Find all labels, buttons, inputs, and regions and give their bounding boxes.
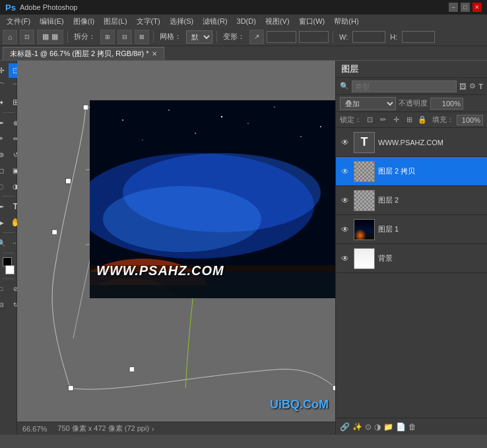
title-bar-left: Ps Adobe Photoshop — [5, 3, 77, 13]
tool-standard-mode[interactable]: □ — [0, 282, 9, 296]
layer-thumbnail — [354, 161, 375, 182]
svg-rect-0 — [83, 105, 88, 110]
tool-spot-heal[interactable]: ⌖ — [0, 131, 9, 146]
opacity-input[interactable] — [430, 98, 463, 110]
layer-thumbnail — [354, 219, 375, 240]
new-group-btn[interactable]: 📁 — [383, 422, 393, 432]
tool-screen-mode[interactable]: ⊟ — [0, 298, 9, 312]
tool-wand[interactable]: ✦ — [0, 95, 9, 110]
toolbar-grid1-btn[interactable]: ▦ ▦ — [37, 30, 63, 44]
menu-3d[interactable]: 3D(D) — [233, 16, 260, 26]
tool-zoom[interactable]: 🔍 — [0, 236, 9, 250]
lock-transparency-icon[interactable]: ⊡ — [364, 115, 375, 125]
layers-title: 图层 — [341, 63, 358, 75]
layers-icon-btn-2[interactable]: ⚙ — [469, 82, 476, 90]
layer-visibility-toggle[interactable]: 👁 — [340, 253, 350, 264]
tool-pen[interactable]: ✒ — [0, 199, 9, 214]
tool-lasso[interactable]: ⌒ — [0, 79, 9, 94]
menu-window[interactable]: 窗口(W) — [295, 15, 329, 28]
menu-edit[interactable]: 编辑(E) — [36, 15, 68, 28]
tool-stamp[interactable]: ⊚ — [0, 147, 9, 162]
left-toolbar: ✛ ⊡ ⌒ ⌒. ✦ ⊞ ✒ ⊕ ⌖ ✏ ⊚ ↺ ◻ ▣ ◌ ◑ — [0, 61, 17, 435]
menu-image[interactable]: 图像(I) — [69, 15, 98, 28]
toolbar-home-btn[interactable]: ⌂ — [3, 30, 17, 44]
ps-icon: Ps — [5, 3, 16, 13]
toolbar-warp-v[interactable]: ⊟ — [117, 30, 132, 44]
layer-visibility-toggle[interactable]: 👁 — [340, 224, 350, 235]
svg-point-17 — [247, 123, 249, 124]
menu-view[interactable]: 视图(V) — [261, 15, 294, 28]
tab-close-btn[interactable]: ✕ — [152, 50, 157, 57]
fill-input[interactable] — [457, 115, 483, 125]
warp-label: 拆分： — [72, 32, 98, 42]
lock-all-icon[interactable]: 🔒 — [417, 115, 428, 125]
toolbar-frame-btn[interactable]: ⊡ — [20, 30, 34, 44]
toolbar-warp-both[interactable]: ⊠ — [135, 30, 149, 44]
minimize-button[interactable]: − — [449, 3, 458, 12]
w-label: W: — [337, 33, 350, 41]
document-tab[interactable]: 未标题-1 @ 66.7% (图层 2 拷贝, RGB/8#) * ✕ — [3, 47, 164, 60]
lock-brush-icon[interactable]: ✏ — [377, 115, 388, 125]
menu-text[interactable]: 文字(T) — [133, 15, 164, 28]
layers-icon-btn-3[interactable]: T — [478, 82, 483, 90]
menu-layer[interactable]: 图层(L) — [100, 15, 131, 28]
menu-help[interactable]: 帮助(H) — [330, 15, 362, 28]
checker-thumb — [354, 191, 374, 210]
layer-visibility-toggle[interactable]: 👁 — [340, 195, 350, 206]
tool-blur[interactable]: ◌ — [0, 179, 9, 193]
link-layers-btn[interactable]: 🔗 — [340, 422, 350, 432]
tool-move[interactable]: ✛ — [0, 63, 9, 78]
close-button[interactable]: ✕ — [472, 3, 482, 12]
svg-point-11 — [168, 110, 170, 111]
transform-y-input[interactable] — [299, 31, 329, 43]
menu-bar: 文件(F) 编辑(E) 图像(I) 图层(L) 文字(T) 选择(S) 滤镜(R… — [0, 15, 487, 28]
svg-point-10 — [122, 119, 123, 121]
layer-visibility-toggle[interactable]: 👁 — [340, 137, 350, 148]
watermark-text: WWW.PSAHZ.COM — [96, 263, 224, 278]
add-style-btn[interactable]: ✨ — [352, 422, 362, 432]
svg-point-16 — [195, 133, 196, 134]
layer-name: WWW.PSAHZ.COM — [378, 139, 483, 146]
layer-item[interactable]: 👁 图层 2 拷贝 — [336, 157, 487, 186]
menu-file[interactable]: 文件(F) — [3, 15, 34, 28]
toolbar-separator-3 — [216, 31, 217, 43]
layer-item[interactable]: 👁 图层 1 — [336, 215, 487, 244]
color-swatch-area[interactable] — [1, 256, 16, 276]
tool-eyedropper[interactable]: ✒ — [0, 115, 9, 130]
layer-visibility-toggle[interactable]: 👁 — [340, 166, 350, 177]
layer-item[interactable]: 👁 图层 2 — [336, 186, 487, 215]
h-input[interactable] — [402, 31, 435, 43]
maximize-button[interactable]: □ — [461, 3, 470, 12]
lock-artboard-icon[interactable]: ⊞ — [404, 115, 414, 125]
svg-point-18 — [300, 136, 302, 137]
layers-icon-btn-1[interactable]: 🖼 — [459, 82, 467, 90]
image-thumb — [354, 220, 374, 240]
grid-label: 网格： — [158, 32, 183, 42]
tool-eraser[interactable]: ◻ — [0, 163, 9, 177]
new-fill-layer-btn[interactable]: ◑ — [374, 422, 381, 432]
transform-x-input[interactable] — [267, 31, 296, 43]
layers-panel-header: 图层 — [336, 61, 487, 78]
svg-rect-5 — [68, 385, 73, 391]
text-layer-thumb: T — [354, 133, 374, 152]
menu-filter[interactable]: 滤镜(R) — [199, 15, 231, 28]
background-color[interactable] — [5, 265, 15, 274]
opacity-label: 不透明度 — [399, 98, 428, 108]
layers-list: 👁 T WWW.PSAHZ.COM 👁 图层 2 拷贝 👁 — [336, 128, 487, 418]
tool-path-select[interactable]: ▶ — [0, 215, 9, 230]
grid-select[interactable]: 默 — [186, 30, 212, 44]
lock-position-icon[interactable]: ✛ — [391, 115, 401, 125]
layers-type-input[interactable] — [352, 80, 457, 92]
toolbar-transform-btn[interactable]: ↗ — [249, 30, 264, 44]
delete-layer-btn[interactable]: 🗑 — [408, 422, 416, 432]
tool-sep-3 — [3, 232, 15, 233]
w-input[interactable] — [352, 31, 385, 43]
blend-mode-select[interactable]: 叠加 正常 溶解 正片叠底 — [340, 97, 396, 110]
toolbar-warp-h[interactable]: ⊞ — [100, 30, 115, 44]
add-mask-btn[interactable]: ⊙ — [365, 422, 372, 432]
h-label: H: — [388, 33, 399, 41]
layer-item[interactable]: 👁 T WWW.PSAHZ.COM — [336, 128, 487, 157]
layer-item[interactable]: 👁 背景 — [336, 244, 487, 273]
menu-select[interactable]: 选择(S) — [166, 15, 198, 28]
new-layer-btn[interactable]: 📄 — [396, 422, 406, 432]
